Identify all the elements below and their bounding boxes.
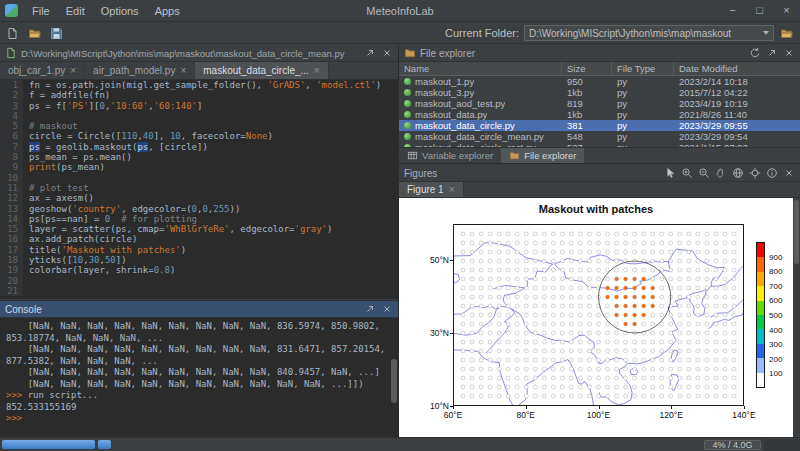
open-folder-icon[interactable] [28, 27, 41, 40]
scatter-points [461, 232, 736, 398]
x-tick-label: 60°E [444, 410, 463, 420]
file-type-cell: py [612, 98, 674, 109]
close-button[interactable]: × [773, 0, 800, 21]
console-output[interactable]: [NaN, NaN, NaN, NaN, NaN, NaN, NaN, NaN,… [0, 318, 398, 437]
y-tick-label: 50°N [421, 255, 449, 265]
code-line: 14ps[ps==nan] = 0 # for plotting [0, 214, 398, 224]
file-row[interactable]: maskout_data_circle_mean.py548py2023/3/2… [399, 131, 800, 142]
close-tab-icon[interactable]: × [70, 65, 76, 76]
scrollbar-thumb[interactable] [794, 200, 799, 264]
info-icon[interactable] [766, 167, 778, 179]
code-line: 17title('Maskout with patches') [0, 245, 398, 255]
code-editor[interactable]: 1fn = os.path.join(migl.get_sample_folde… [0, 80, 398, 299]
file-row[interactable]: maskout_data.py1kbpy2021/8/26 11:40 [399, 109, 800, 120]
memory-indicator: 4% / 4.0G [704, 440, 761, 450]
file-row[interactable]: maskout_1.py950py2023/2/14 10:18 [399, 76, 800, 87]
colorbar [756, 242, 765, 388]
file-explorer-panel: File explorer NameSizeFile TypeDate Modi… [399, 45, 800, 164]
browse-folder-button[interactable] [779, 27, 794, 40]
full-extent-icon[interactable] [732, 167, 744, 179]
menu-options[interactable]: Options [93, 0, 147, 22]
editor-tab[interactable]: maskout_data_circle_...× [195, 62, 328, 79]
minimize-button[interactable]: − [719, 0, 746, 21]
column-header-name[interactable]: Name [399, 62, 562, 75]
maximize-button[interactable]: □ [746, 0, 773, 21]
identify-icon[interactable] [749, 167, 761, 179]
column-header-date-modified[interactable]: Date Modified [674, 62, 800, 75]
figure-tab[interactable]: Figure 1 × [399, 182, 464, 197]
zoom-in-icon[interactable] [681, 167, 693, 179]
column-header-size[interactable]: Size [562, 62, 612, 75]
colorbar-label: 100 [769, 369, 782, 378]
code-line: 12ax = axesm() [0, 193, 398, 203]
chevron-down-icon[interactable] [763, 31, 769, 35]
new-file-icon[interactable] [6, 27, 19, 40]
memory-text: 4% / 4.0G [712, 440, 752, 450]
scrollbar-thumb[interactable] [391, 359, 397, 403]
float-icon[interactable] [364, 47, 376, 59]
close-tab-icon[interactable]: × [314, 65, 320, 76]
panel-tab-variable-explorer[interactable]: Variable explorer [399, 148, 501, 163]
colorbar-segment [757, 315, 764, 329]
console-line: [NaN, NaN, NaN, NaN, NaN, NaN, NaN, NaN,… [6, 379, 392, 391]
console-scrollbar[interactable] [391, 320, 397, 435]
y-tick-mark [450, 406, 453, 407]
menu-bar: FileEditOptionsApps MeteoInfoLab − □ × [0, 0, 800, 22]
colorbar-segment [757, 243, 764, 257]
file-row[interactable]: maskout_data_circle.py381py2023/3/29 09:… [399, 120, 800, 131]
close-tab-icon[interactable]: × [180, 65, 186, 76]
file-name-cell: maskout_aod_test.py [399, 98, 562, 109]
console-line: >>> [6, 413, 392, 425]
file-table-header: NameSizeFile TypeDate Modified [399, 62, 800, 76]
line-number: 9 [0, 162, 23, 172]
colorbar-segment [757, 344, 764, 358]
file-row[interactable]: maskout_aod_test.py819py2023/4/19 10:19 [399, 98, 800, 109]
figures-header: Figures [399, 165, 800, 182]
menu-apps[interactable]: Apps [147, 0, 188, 22]
editor-tab[interactable]: obj_car_1.py× [0, 62, 85, 79]
code-text: layer = scatter(ps, cmap='WhBlGrYeRe', e… [23, 224, 332, 234]
column-header-file-type[interactable]: File Type [612, 62, 674, 75]
refresh-icon[interactable] [749, 47, 761, 59]
current-folder-combo[interactable]: D:\Working\MIScript\Jython\mis\map\masko… [524, 25, 774, 41]
table-icon[interactable] [407, 150, 418, 161]
folder-small-icon[interactable] [509, 150, 520, 161]
file-type-cell: py [612, 87, 674, 98]
figures-header-icons [664, 167, 795, 179]
x-tick-mark [599, 406, 600, 409]
line-number: 16 [0, 234, 23, 244]
figure-canvas[interactable]: Maskout with patches 60°E80°E100°E120°E1… [399, 198, 800, 437]
editor-tab[interactable]: air_path_model.py× [85, 62, 195, 79]
close-icon[interactable] [381, 47, 393, 59]
x-tick-label: 100°E [587, 410, 610, 420]
figure-title: Maskout with patches [399, 203, 793, 215]
close-tab-icon[interactable]: × [449, 184, 455, 195]
cursor-arrow-icon[interactable] [664, 167, 676, 179]
figure-scrollbar[interactable] [793, 198, 800, 437]
close-icon[interactable] [381, 303, 393, 315]
line-number: 11 [0, 183, 23, 193]
code-line: 3ps = f['PS'][0,'10:60','60:140'] [0, 101, 398, 111]
current-folder-value: D:\Working\MIScript\Jython\mis\map\masko… [529, 28, 759, 39]
float-icon[interactable] [364, 303, 376, 315]
close-icon[interactable] [783, 47, 795, 59]
pan-hand-icon[interactable] [715, 167, 727, 179]
python-file-icon [404, 100, 411, 107]
file-row[interactable]: maskout_3.py1kbpy2015/7/12 04:22 [399, 87, 800, 98]
figures-title: Figures [404, 168, 437, 179]
panel-tab-file-explorer[interactable]: File explorer [501, 148, 584, 163]
x-tick-mark [526, 406, 527, 409]
code-text: f = addfile(fn) [23, 90, 110, 100]
file-table-body: maskout_1.py950py2023/2/14 10:18maskout_… [399, 76, 800, 147]
zoom-out-icon[interactable] [698, 167, 710, 179]
menu-file[interactable]: File [24, 0, 58, 22]
save-icon[interactable] [50, 27, 63, 40]
python-file-icon [404, 122, 411, 129]
menu-edit[interactable]: Edit [58, 0, 93, 22]
float-icon[interactable] [766, 47, 778, 59]
colorbar-segment [757, 257, 764, 271]
code-text: yticks([10,30,50]) [23, 255, 127, 265]
file-name-cell: maskout_data_circle_mean.py [399, 131, 562, 142]
code-line: 21 [0, 286, 398, 296]
close-icon[interactable] [783, 167, 795, 179]
